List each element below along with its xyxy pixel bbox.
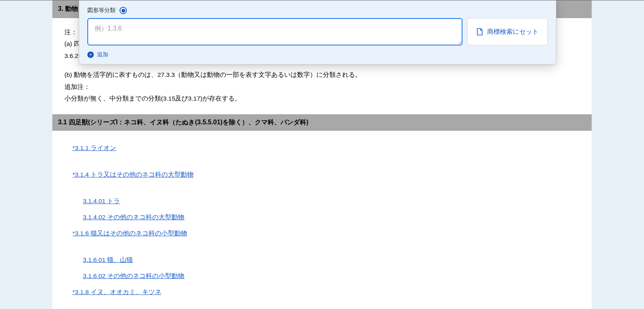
window-top-border bbox=[0, 0, 644, 0]
link-3-1-6[interactable]: *3.1.6 猫又はその他のネコ科の小型動物 bbox=[72, 230, 187, 237]
set-button-label: 商標検索にセット bbox=[487, 28, 539, 36]
search-float-panel: 図形等分類 商標検索にセット + 追加 bbox=[79, 0, 556, 64]
list-item: 3.1.4.02 その他のネコ科の大型動物 bbox=[83, 210, 580, 224]
add-button[interactable]: + 追加 bbox=[87, 51, 548, 58]
classification-code-input[interactable] bbox=[87, 18, 462, 45]
link-3-1-6-01[interactable]: 3.1.6.01 猫、山猫 bbox=[83, 256, 133, 263]
link-3-1-1[interactable]: *3.1.1 ライオン bbox=[72, 144, 116, 151]
set-to-search-button[interactable]: 商標検索にセット bbox=[467, 18, 548, 45]
link-3-1-4-02[interactable]: 3.1.4.02 その他のネコ科の大型動物 bbox=[83, 214, 184, 220]
list-item: *3.1.6 猫又はその他のネコ科の小型動物 bbox=[72, 227, 580, 240]
list-item: *3.1.8 イヌ、オオカミ、キツネ bbox=[72, 285, 580, 299]
classification-radio-label: 図形等分類 bbox=[87, 7, 116, 14]
link-3-1-4[interactable]: *3.1.4 トラ又はその他のネコ科の大型動物 bbox=[72, 171, 194, 178]
sub-section-header-3-1: 3.1 四足獣(シリーズI：ネコ科、イヌ科（たぬき(3.5.5.01)を除く）、… bbox=[52, 114, 592, 131]
document-icon bbox=[477, 28, 483, 35]
add-label: 追加 bbox=[97, 51, 108, 58]
classification-radio[interactable]: 図形等分類 bbox=[87, 6, 127, 14]
link-3-1-6-02[interactable]: 3.1.6.02 その他のネコ科の小型動物 bbox=[83, 272, 184, 279]
list-item: 3.1.6.01 猫、山猫 bbox=[83, 253, 580, 267]
list-item: 3.1.4.01 トラ bbox=[83, 194, 580, 208]
note-line: (b) 動物を活字的に表すものは、27.3.3（動物又は動物の一部を表す文字ある… bbox=[64, 69, 580, 80]
note-line: 小分類が無く、中分類までの分類(3.15及び3.17)が存在する。 bbox=[64, 93, 580, 104]
plus-icon: + bbox=[87, 52, 94, 58]
link-3-1-4-01[interactable]: 3.1.4.01 トラ bbox=[83, 198, 120, 204]
list-item: *3.1.1 ライオン bbox=[72, 141, 580, 155]
list-item: *3.1.4 トラ又はその他のネコ科の大型動物 bbox=[72, 168, 580, 181]
classification-links: *3.1.1 ライオン *3.1.4 トラ又はその他のネコ科の大型動物 3.1.… bbox=[52, 131, 592, 309]
list-item: 3.1.6.02 その他のネコ科の小型動物 bbox=[83, 269, 580, 283]
link-3-1-8[interactable]: *3.1.8 イヌ、オオカミ、キツネ bbox=[72, 288, 161, 295]
note-line: 追加注： bbox=[64, 81, 580, 93]
radio-selected-icon bbox=[120, 7, 127, 14]
